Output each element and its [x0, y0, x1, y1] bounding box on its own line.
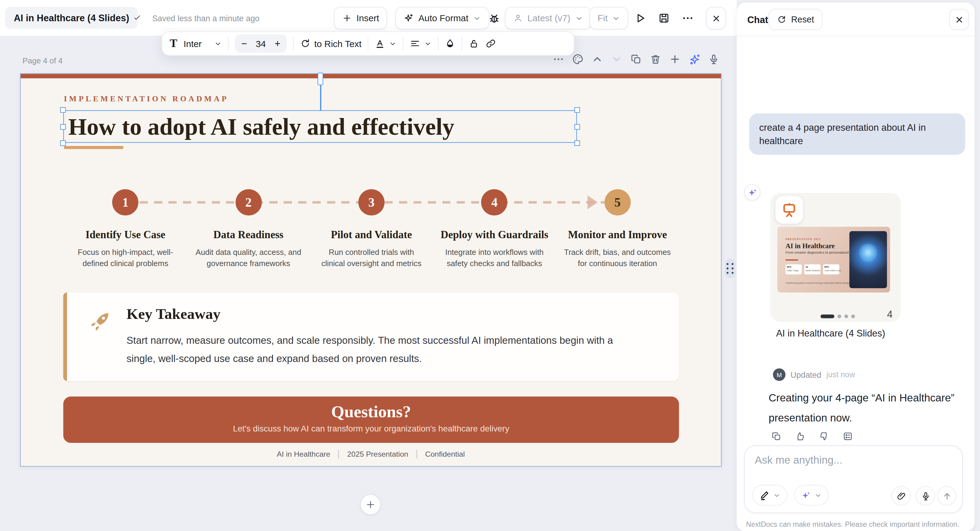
sparkle-icon [404, 13, 414, 23]
step-number-badge: 1 [112, 189, 138, 215]
timeline-step[interactable]: 2 Data Readiness Audit data quality, acc… [187, 178, 310, 269]
slide-title-selection[interactable]: How to adopt AI safely and effectively [64, 110, 577, 143]
increase-font-button[interactable]: + [275, 38, 280, 49]
zoom-fit-selector[interactable]: Fit [590, 7, 628, 29]
lock-button[interactable] [469, 38, 479, 49]
update-status-row: M Updated just now [773, 368, 855, 381]
link-button[interactable] [485, 38, 496, 49]
divider [228, 37, 229, 50]
text-style-icon[interactable]: T [170, 37, 177, 50]
font-size-value[interactable]: 34 [255, 38, 267, 49]
ai-sparkle-avatar [744, 184, 760, 200]
ai-sparkle-purple-icon [801, 490, 811, 500]
more-options-button[interactable] [681, 12, 694, 24]
view-cards-icon[interactable] [843, 431, 853, 442]
selection-handle[interactable] [60, 107, 66, 113]
text-color-button[interactable] [375, 38, 396, 49]
voice-input-button[interactable] [916, 486, 935, 506]
slide-page[interactable]: IMPLEMENTATION ROADMAP How to adopt AI s… [20, 73, 722, 467]
save-button[interactable] [658, 12, 670, 24]
step-description[interactable]: Integrate into workflows with safety che… [441, 247, 548, 269]
theme-palette-icon[interactable] [572, 53, 584, 65]
timeline-step[interactable]: 1 Identify Use Case Focus on high-impact… [64, 178, 187, 269]
step-title[interactable]: Identify Use Case [86, 229, 165, 241]
plus-icon [342, 13, 352, 23]
timeline-step[interactable]: 3 Pilot and Validate Run controlled tria… [310, 178, 433, 269]
edit-mode-button[interactable] [752, 485, 788, 506]
reset-chat-button[interactable]: Reset [768, 9, 822, 30]
takeaway-title[interactable]: Key Takeaway [127, 305, 221, 323]
carousel-dot[interactable] [851, 314, 855, 318]
ai-model-button[interactable] [794, 485, 829, 506]
decrease-font-button[interactable]: − [241, 38, 247, 49]
chevron-down-icon [575, 14, 583, 22]
debug-bug-icon[interactable] [488, 12, 500, 24]
chevron-down-icon [815, 491, 822, 499]
attach-file-button[interactable] [891, 486, 911, 506]
selection-top-handle[interactable] [318, 73, 323, 85]
convert-to-rich-text-button[interactable]: to Rich Text [300, 38, 361, 49]
selection-handle[interactable] [574, 124, 580, 130]
move-page-up-icon[interactable] [591, 53, 603, 65]
step-title[interactable]: Deploy with Guardrails [441, 229, 548, 241]
step-number-badge: 2 [235, 189, 261, 215]
present-play-button[interactable] [634, 12, 646, 24]
timeline-step[interactable]: 4 Deploy with Guardrails Integrate into … [433, 178, 556, 269]
step-description[interactable]: Run controlled trials with clinical over… [318, 247, 425, 269]
updated-label: Updated [791, 370, 821, 379]
carousel-dot[interactable] [845, 314, 848, 318]
close-chat-button[interactable] [949, 9, 969, 30]
panel-resize-handle[interactable] [725, 259, 735, 278]
thumbs-down-icon[interactable] [819, 431, 829, 442]
alignment-button[interactable] [410, 38, 432, 49]
slide-carousel-dots[interactable] [821, 314, 855, 318]
font-family-selector[interactable]: Inter [184, 38, 222, 49]
version-selector[interactable]: Latest (v7) [505, 7, 591, 29]
thumb-eyebrow: PRESENTATION 2025 [786, 237, 821, 240]
step-description[interactable]: Focus on high-impact, well-defined clini… [72, 247, 179, 269]
carousel-dot[interactable] [837, 314, 841, 318]
send-button[interactable] [937, 486, 956, 506]
selection-handle[interactable] [574, 107, 580, 113]
insert-button[interactable]: Insert [334, 7, 387, 29]
takeaway-accent-stripe [64, 293, 67, 381]
step-description[interactable]: Track drift, bias, and outcomes for cont… [564, 247, 671, 269]
duplicate-page-icon[interactable] [630, 53, 642, 65]
move-page-down-icon[interactable] [611, 53, 623, 65]
add-page-icon[interactable] [669, 53, 681, 65]
questions-banner[interactable]: Questions? Let's discuss how AI can tran… [64, 397, 679, 443]
saved-check-icon [133, 13, 142, 22]
key-takeaway-card[interactable]: Key Takeaway Start narrow, measure outco… [64, 293, 679, 381]
step-title[interactable]: Data Readiness [213, 229, 283, 241]
thumbs-up-icon[interactable] [795, 431, 805, 442]
copy-icon[interactable] [771, 431, 781, 442]
step-title[interactable]: Monitor and Improve [568, 229, 667, 241]
document-title[interactable]: AI in Healthcare (4 Slides) [5, 7, 138, 29]
auto-format-button[interactable]: Auto Format [395, 7, 489, 29]
step-description[interactable]: Audit data quality, access, and governan… [194, 247, 302, 269]
selection-handle[interactable] [60, 124, 66, 130]
timeline-step[interactable]: 5 Monitor and Improve Track drift, bias,… [556, 178, 679, 269]
ai-sparkle-icon[interactable] [689, 53, 700, 65]
selection-handle[interactable] [60, 140, 66, 146]
font-size-stepper: − 34 + [235, 35, 287, 53]
slide-eyebrow[interactable]: IMPLEMENTATION ROADMAP [64, 95, 229, 104]
questions-subtitle: Let's discuss how AI can transform your … [64, 424, 679, 434]
carousel-dot-active[interactable] [821, 314, 834, 318]
delete-page-icon[interactable] [649, 53, 662, 65]
generated-presentation-card[interactable]: PRESENTATION 2025 AI in Healthcare From … [770, 193, 900, 322]
close-editor-button[interactable] [706, 7, 726, 29]
convert-refresh-icon [300, 38, 310, 49]
step-title[interactable]: Pilot and Validate [331, 229, 412, 241]
takeaway-body[interactable]: Start narrow, measure outcomes, and scal… [127, 331, 640, 368]
add-slide-button[interactable] [360, 494, 381, 515]
slide-title[interactable]: How to adopt AI safely and effectively [68, 111, 576, 142]
footer-item: Confidential [416, 450, 473, 458]
selection-handle[interactable] [574, 140, 580, 146]
slide-thumbnail[interactable]: PRESENTATION 2025 AI in Healthcare From … [777, 227, 890, 293]
voice-mic-icon[interactable] [708, 53, 720, 65]
saved-status: Saved less than a minute ago [152, 14, 260, 23]
chat-input[interactable] [755, 454, 949, 479]
generated-card-caption[interactable]: AI in Healthcare (4 Slides) [776, 328, 885, 338]
contrast-fill-button[interactable] [445, 38, 455, 49]
